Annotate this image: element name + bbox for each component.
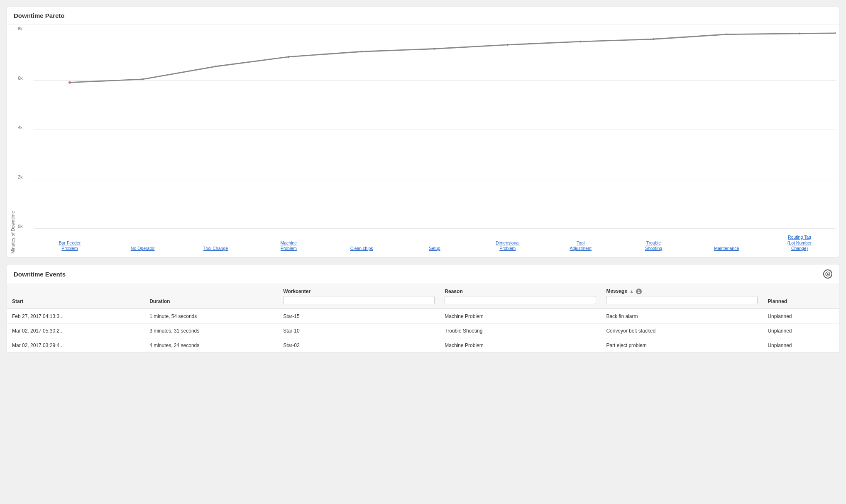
bar-label[interactable]: Clean chips: [325, 246, 398, 252]
table-header-row: Start Duration Workcenter Reason: [7, 284, 839, 309]
cell-start: Feb 27, 2017 04:13:3...: [7, 309, 144, 324]
pareto-title: Downtime Pareto: [7, 7, 839, 24]
table-row: Feb 27, 2017 04:13:3...1 minute, 54 seco…: [7, 309, 839, 324]
grid-label: 2k: [18, 174, 23, 179]
bar-label[interactable]: Routing Tag (Lot Number Change): [763, 235, 836, 252]
grid-label: 0k: [18, 224, 23, 229]
cell-duration: 4 minutes, 24 seconds: [144, 338, 278, 353]
cell-workcenter: Star-10: [278, 324, 440, 338]
bar-label[interactable]: Tool Adjustment: [545, 240, 617, 252]
table-row: Mar 02, 2017 05:30:2...3 minutes, 31 sec…: [7, 324, 839, 338]
grid-label: 8k: [18, 26, 23, 31]
download-button[interactable]: [823, 269, 832, 279]
bar-label[interactable]: Bar Feeder Problem: [34, 240, 106, 252]
chart-area: 0k2k4k6k8k Bar Feeder ProblemNo Operator…: [17, 31, 836, 254]
grid-label: 4k: [18, 125, 23, 130]
cell-planned: Unplanned: [763, 324, 839, 338]
table-body: Feb 27, 2017 04:13:3...1 minute, 54 seco…: [7, 309, 839, 352]
downtime-events-card: Downtime Events Start Duration: [7, 264, 839, 353]
cell-workcenter: Star-02: [278, 338, 440, 353]
downtime-table: Start Duration Workcenter Reason: [7, 284, 839, 352]
cell-workcenter: Star-15: [278, 309, 440, 324]
col-start: Start: [7, 284, 144, 309]
bar-label[interactable]: No Operator: [107, 246, 179, 252]
cell-reason: Machine Problem: [440, 338, 601, 353]
col-duration: Duration: [144, 284, 278, 309]
cell-start: Mar 02, 2017 05:30:2...: [7, 324, 144, 338]
message-filter[interactable]: [606, 296, 758, 304]
table-header: Downtime Events: [7, 264, 839, 284]
col-reason: Reason: [440, 284, 601, 309]
cell-message: Conveyor belt stacked: [601, 324, 763, 338]
cell-planned: Unplanned: [763, 338, 839, 353]
cell-message: Part eject problem: [601, 338, 763, 353]
download-icon: [825, 272, 830, 276]
message-sort-badge: 2: [636, 289, 642, 294]
col-message: Message ▲ 2: [601, 284, 763, 309]
col-workcenter: Workcenter: [278, 284, 440, 309]
cell-duration: 1 minute, 54 seconds: [144, 309, 278, 324]
cell-planned: Unplanned: [763, 309, 839, 324]
cell-duration: 3 minutes, 31 seconds: [144, 324, 278, 338]
bar-label[interactable]: Machine Problem: [252, 240, 325, 252]
chart-container: Minutes of Downtime 0k2k4k6k8k Bar Feede…: [7, 24, 839, 257]
cell-message: Back fin alarm: [601, 309, 763, 324]
bar-label[interactable]: Tool Change: [180, 246, 252, 252]
y-axis-label: Minutes of Downtime: [10, 31, 15, 254]
cell-reason: Machine Problem: [440, 309, 601, 324]
pareto-chart-card: Downtime Pareto Minutes of Downtime 0k2k…: [7, 7, 839, 257]
table-title: Downtime Events: [14, 271, 66, 278]
bars-area: Bar Feeder ProblemNo OperatorTool Change…: [34, 31, 836, 229]
col-planned: Planned: [763, 284, 839, 309]
bar-label[interactable]: Maintenance: [690, 246, 763, 252]
bar-label[interactable]: Dimensional Problem: [472, 240, 544, 252]
grid-label: 6k: [18, 76, 23, 81]
bar-label[interactable]: Setup: [399, 246, 471, 252]
message-sort-icon: ▲: [629, 289, 633, 294]
bar-label[interactable]: Trouble Shooting: [618, 240, 690, 252]
table-row: Mar 02, 2017 03:29:4...4 minutes, 24 sec…: [7, 338, 839, 353]
cell-start: Mar 02, 2017 03:29:4...: [7, 338, 144, 353]
workcenter-filter[interactable]: [283, 296, 435, 304]
reason-filter[interactable]: [445, 296, 596, 304]
cell-reason: Trouble Shooting: [440, 324, 601, 338]
